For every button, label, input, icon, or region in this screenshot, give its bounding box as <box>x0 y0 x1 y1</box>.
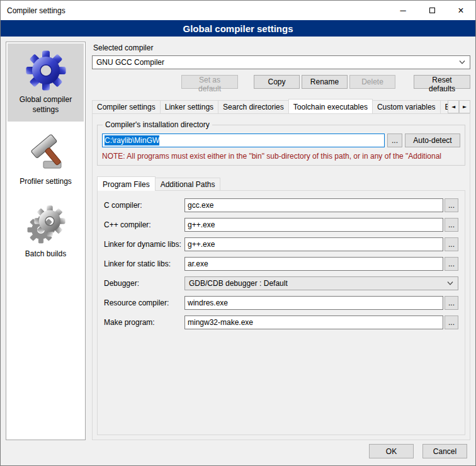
delete-button[interactable]: Delete <box>349 75 395 89</box>
tab-scroll-right-button[interactable]: ► <box>459 100 470 113</box>
form-row-cpp-compiler: C++ compiler: ... <box>104 218 458 232</box>
c-compiler-browse-button[interactable]: ... <box>445 198 458 212</box>
resource-compiler-browse-button[interactable]: ... <box>445 296 458 310</box>
maximize-button[interactable] <box>417 1 446 20</box>
linker-static-input[interactable] <box>184 257 443 271</box>
compiler-select[interactable]: GNU GCC Compiler <box>92 55 470 69</box>
sidebar-item-global-compiler-settings[interactable]: Global compiler settings <box>8 43 84 122</box>
maximize-icon <box>429 8 435 13</box>
sidebar-item-profiler-settings[interactable]: Profiler settings <box>8 125 84 194</box>
make-program-label: Make program: <box>104 318 184 327</box>
toolchain-executables-panel: Compiler's installation directory C:\ray… <box>92 113 470 440</box>
close-button[interactable]: × <box>446 1 475 20</box>
rename-button[interactable]: Rename <box>302 75 348 89</box>
debugger-select-value: GDB/CDB debugger : Default <box>189 279 288 288</box>
linker-dynamic-label: Linker for dynamic libs: <box>104 240 184 249</box>
chevron-down-icon <box>447 281 453 285</box>
profiler-hammer-icon <box>26 132 66 173</box>
tabstrip: Compiler settings Linker settings Search… <box>92 98 448 113</box>
linker-dynamic-browse-button[interactable]: ... <box>445 237 458 251</box>
resource-compiler-input[interactable] <box>184 296 443 310</box>
form-row-linker-static: Linker for static libs: ... <box>104 257 458 271</box>
make-program-browse-button[interactable]: ... <box>445 315 458 329</box>
linker-dynamic-input[interactable] <box>184 237 443 251</box>
form-row-resource-compiler: Resource compiler: ... <box>104 296 458 310</box>
installation-directory-group: Compiler's installation directory C:\ray… <box>97 125 465 166</box>
tab-search-directories[interactable]: Search directories <box>218 100 289 113</box>
window-title: Compiler settings <box>1 1 388 20</box>
gray-gears-icon <box>26 205 66 245</box>
bin-subdirectory-note: NOTE: All programs must exist either in … <box>102 152 460 161</box>
installation-directory-row: C:\raylib\MinGW ... Auto-detect <box>102 134 460 147</box>
compiler-select-value: GNU GCC Compiler <box>96 58 164 67</box>
selected-compiler-label: Selected compiler <box>93 43 470 52</box>
auto-detect-button[interactable]: Auto-detect <box>405 134 460 147</box>
form-row-make-program: Make program: ... <box>104 315 458 329</box>
sidebar: Global compiler settings Profiler settin… <box>6 42 86 440</box>
c-compiler-input[interactable] <box>184 198 443 212</box>
cpp-compiler-input[interactable] <box>184 218 443 232</box>
main-content: Selected compiler GNU GCC Compiler Set a… <box>92 42 470 440</box>
linker-static-browse-button[interactable]: ... <box>445 257 458 271</box>
minimize-icon: ─ <box>400 6 405 15</box>
titlebar: Compiler settings ─ × <box>1 1 475 20</box>
ok-button[interactable]: OK <box>369 444 414 458</box>
install-dir-selected-text: C:\raylib\MinGW <box>105 135 159 145</box>
tab-toolchain-executables[interactable]: Toolchain executables <box>288 99 373 113</box>
sidebar-item-label: Batch builds <box>25 249 66 259</box>
chevron-down-icon <box>459 60 465 64</box>
make-program-input[interactable] <box>184 315 443 329</box>
close-icon: × <box>458 5 463 16</box>
dialog-body: Global compiler settings Profiler settin… <box>1 37 475 443</box>
tab-additional-paths[interactable]: Additional Paths <box>155 178 221 190</box>
sidebar-item-label: Profiler settings <box>20 177 72 187</box>
form-row-c-compiler: C compiler: ... <box>104 198 458 212</box>
form-row-linker-dynamic: Linker for dynamic libs: ... <box>104 237 458 251</box>
tab-program-files[interactable]: Program Files <box>97 176 156 191</box>
installation-directory-group-title: Compiler's installation directory <box>103 120 212 129</box>
tab-custom-variables[interactable]: Custom variables <box>372 100 441 113</box>
linker-static-label: Linker for static libs: <box>104 259 184 268</box>
form-row-debugger: Debugger: GDB/CDB debugger : Default <box>104 276 458 290</box>
debugger-label: Debugger: <box>104 279 184 288</box>
page-title: Global compiler settings <box>1 20 475 37</box>
c-compiler-label: C compiler: <box>104 201 184 210</box>
inner-tab-bar: Program Files Additional Paths <box>97 176 465 190</box>
tab-build-options[interactable]: Build options <box>440 100 448 113</box>
blue-gear-icon <box>26 50 66 91</box>
install-dir-input[interactable]: C:\raylib\MinGW <box>102 134 385 147</box>
arrow-left-icon: ◄ <box>451 104 455 110</box>
compiler-button-row: Set as default Copy Rename Delete Reset … <box>92 75 470 89</box>
cpp-compiler-label: C++ compiler: <box>104 220 184 229</box>
tab-bar: Compiler settings Linker settings Search… <box>92 98 470 113</box>
sidebar-item-label: Global compiler settings <box>9 95 82 115</box>
debugger-select[interactable]: GDB/CDB debugger : Default <box>184 276 458 290</box>
tab-compiler-settings[interactable]: Compiler settings <box>92 100 161 113</box>
install-dir-browse-button[interactable]: ... <box>387 134 402 147</box>
minimize-button[interactable]: ─ <box>388 1 417 20</box>
compiler-settings-window: Compiler settings ─ × Global compiler se… <box>0 0 476 466</box>
cancel-button[interactable]: Cancel <box>422 444 467 458</box>
copy-button[interactable]: Copy <box>254 75 300 89</box>
dialog-footer: OK Cancel <box>1 443 475 465</box>
tab-scroll-left-button[interactable]: ◄ <box>448 100 459 113</box>
set-as-default-button[interactable]: Set as default <box>181 75 238 89</box>
resource-compiler-label: Resource compiler: <box>104 298 184 307</box>
sidebar-item-batch-builds[interactable]: Batch builds <box>8 198 84 266</box>
reset-defaults-button[interactable]: Reset defaults <box>414 75 470 89</box>
cpp-compiler-browse-button[interactable]: ... <box>445 218 458 232</box>
program-files-panel: C compiler: ... C++ compiler: ... Linker… <box>97 190 465 435</box>
tab-linker-settings[interactable]: Linker settings <box>160 100 218 113</box>
arrow-right-icon: ► <box>463 104 467 110</box>
